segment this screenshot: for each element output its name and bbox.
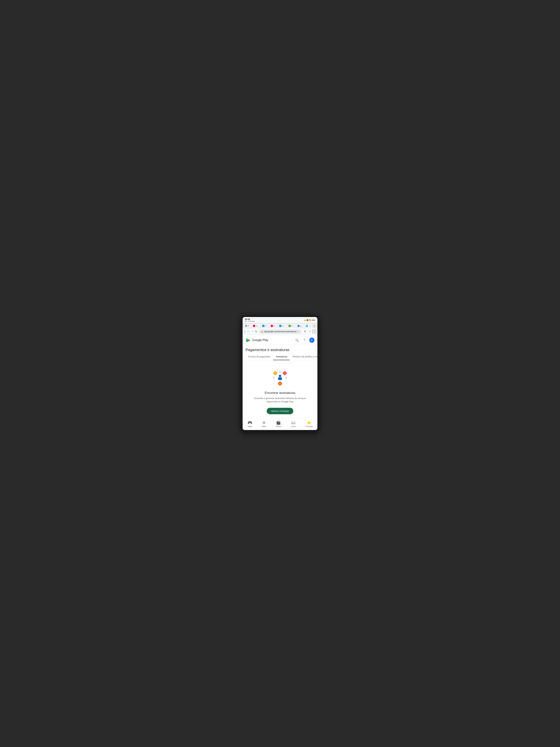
new-tab-button[interactable]: +: [313, 324, 316, 328]
browser-tab-1[interactable]: Palato: [244, 324, 251, 328]
tablet-screen: 09:59 ter., 2 de mai. 🔒 🔕 📶 26% Palato C…: [243, 317, 317, 430]
forward-button[interactable]: →: [251, 329, 254, 334]
header-icons: 🔍 ? E: [294, 338, 315, 343]
movies-icon: 🎬: [276, 420, 281, 425]
bottom-navigation: 🎮 Jogos ⊞ Apps 🎬 Filmes 📖 Livros ⭐ Crian…: [243, 418, 317, 430]
subscription-description: Encontre e gerencie facilmente milhares …: [254, 397, 306, 403]
tab-order-history[interactable]: Histórico de pedidos e verba: [290, 354, 317, 360]
nav-label-games: Jogos: [247, 426, 252, 428]
nav-label-kids: Crianças: [305, 426, 313, 428]
svg-text:♪: ♪: [274, 372, 275, 374]
nav-item-apps[interactable]: ⊞ Apps: [260, 420, 268, 428]
nav-item-kids[interactable]: ⭐ Crianças: [303, 420, 315, 428]
tab-favicon-4: [271, 325, 273, 327]
tab-label-3: Pharyn: [265, 325, 267, 327]
tab-favicon-6: [289, 325, 291, 327]
status-right: 🔒 🔕 📶 26%: [304, 319, 315, 321]
tablet-frame: 09:59 ter., 2 de mai. 🔒 🔕 📶 26% Palato C…: [241, 315, 319, 432]
svg-point-8: [279, 375, 281, 377]
tab-label-4: SciELO: [274, 325, 276, 327]
page-content: Google Play 🔍 ? E Pagamentos e assinatur…: [243, 335, 317, 418]
apps-icon: ⊞: [263, 420, 265, 424]
share-button[interactable]: ↗: [308, 329, 312, 334]
tab-favicon-2: [253, 325, 255, 327]
subscriptions-content: ♪ □ ≡: [243, 360, 317, 418]
nav-item-books[interactable]: 📖 Livros: [289, 420, 298, 428]
play-header: Google Play 🔍 ? E: [243, 335, 317, 345]
browser-tab-5[interactable]: Pesqui...: [278, 324, 287, 328]
help-button[interactable]: ?: [302, 338, 307, 343]
nav-label-movies: Filmes: [276, 426, 281, 428]
page-title-section: Pagamentos e assinaturas: [243, 345, 317, 354]
nav-item-games[interactable]: 🎮 Jogos: [245, 420, 255, 428]
battery-indicator: 26%: [312, 319, 315, 321]
tab-label-5: Pesqui...: [282, 325, 285, 327]
browser-tab-3[interactable]: Pharyn: [261, 324, 269, 328]
tab-favicon-7: [297, 325, 300, 327]
tab-label-6: Exames: [292, 325, 294, 327]
browser-tab-6[interactable]: Exames: [287, 324, 296, 328]
tab-label-1: Palato: [248, 325, 250, 327]
content-tabs: Formas de pagamento Assinaturas Históric…: [243, 354, 317, 360]
tab-favicon-5: [279, 325, 282, 327]
page-title: Pagamentos e assinaturas: [245, 348, 315, 352]
svg-text:≡: ≡: [279, 383, 281, 385]
tab-subscriptions[interactable]: Assinaturas: [273, 354, 290, 360]
nav-item-movies[interactable]: 🎬 Filmes: [273, 420, 283, 428]
nav-label-apps: Apps: [262, 425, 266, 427]
kids-icon: ⭐: [307, 420, 311, 425]
download-button[interactable]: ⬇: [303, 329, 307, 334]
tabs-bar: Palato Casa L... Pharyn SciELO Pesqui...: [243, 323, 317, 328]
browser-tab-2[interactable]: Casa L...: [251, 324, 260, 328]
tab-close-8[interactable]: ✕: [309, 325, 311, 327]
tab-count-button[interactable]: 8: [313, 330, 316, 333]
lock-icon: 🔒: [261, 331, 263, 333]
status-icons: 🔒 🔕 📶: [304, 319, 311, 321]
nav-actions: ⬇ ↗ 8 ⋮: [303, 329, 317, 334]
back-button[interactable]: ←: [247, 329, 250, 334]
subscription-heading: Encontrar assinaturas: [265, 391, 295, 395]
tab-favicon-3: [262, 325, 264, 327]
reload-button[interactable]: ↻: [255, 329, 258, 334]
nav-label-books: Livros: [291, 426, 296, 428]
subscription-illustration: ♪ □ ≡: [270, 368, 290, 388]
address-bar[interactable]: 🔒 play.google.com/store/account/subscrip…: [259, 329, 301, 334]
browser-tab-7[interactable]: google: [296, 324, 304, 328]
browser-chrome: Palato Casa L... Pharyn SciELO Pesqui...: [243, 323, 317, 335]
browser-tab-4[interactable]: SciELO: [269, 324, 277, 328]
tab-favicon-1: [245, 325, 247, 327]
menu-button[interactable]: ⋮: [317, 329, 317, 334]
bookmark-icon[interactable]: ☆: [298, 330, 299, 333]
status-time: 09:59: [245, 318, 255, 320]
browser-tab-8[interactable]: Goo ✕: [304, 324, 312, 328]
user-avatar[interactable]: E: [309, 338, 315, 343]
navigation-bar: ⌂ ← → ↻ 🔒 play.google.com/store/account/…: [243, 328, 317, 335]
search-button[interactable]: 🔍: [294, 338, 300, 343]
play-title: Google Play: [252, 338, 268, 342]
tab-favicon-8: [305, 325, 308, 327]
svg-text:□: □: [284, 372, 285, 374]
tab-label-7: google: [300, 325, 302, 327]
tab-label-2: Casa L...: [256, 325, 259, 327]
books-icon: 📖: [291, 420, 296, 425]
tab-payment-methods[interactable]: Formas de pagamento: [245, 354, 273, 360]
svg-marker-0: [306, 325, 307, 327]
get-started-button[interactable]: Vamos começar: [267, 408, 294, 414]
status-left: 09:59 ter., 2 de mai.: [245, 318, 255, 322]
home-button[interactable]: ⌂: [244, 329, 245, 334]
status-date: ter., 2 de mai.: [245, 320, 255, 322]
games-icon: 🎮: [247, 420, 252, 425]
play-logo: Google Play: [245, 338, 268, 343]
status-bar: 09:59 ter., 2 de mai. 🔒 🔕 📶 26%: [243, 317, 317, 323]
play-logo-icon: [245, 338, 251, 343]
url-text: play.google.com/store/account/subscrip: [264, 331, 296, 333]
